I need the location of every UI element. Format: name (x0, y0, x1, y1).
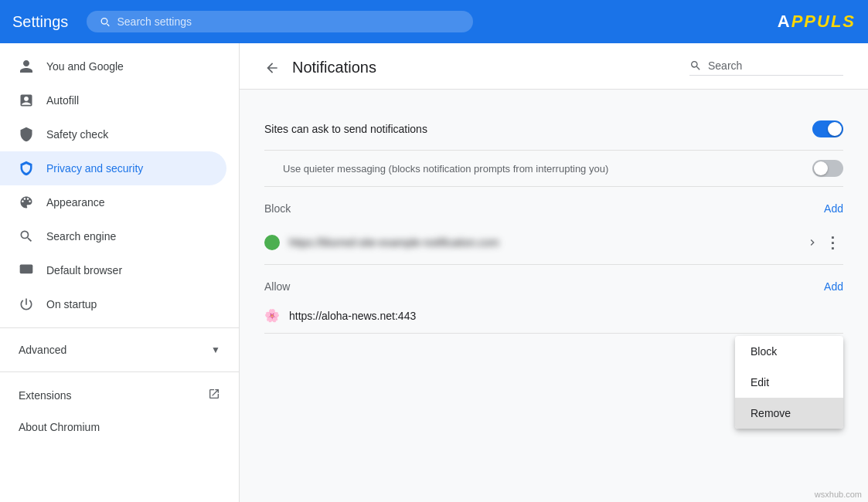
top-search-bar[interactable] (87, 11, 473, 32)
sidebar-item-label-appearance: Appearance (46, 196, 105, 209)
svg-rect-0 (20, 265, 33, 274)
sidebar-item-about-chromium[interactable]: About Chromium (0, 412, 226, 443)
sidebar-item-label-autofill: Autofill (46, 94, 79, 107)
notifications-header: Notifications (240, 43, 868, 90)
search-nav-icon (19, 229, 34, 244)
sites-can-ask-label: Sites can ask to send notifications (264, 123, 427, 135)
quieter-messaging-toggle[interactable] (812, 160, 843, 177)
shield-icon (19, 127, 34, 142)
security-icon (19, 161, 34, 176)
context-menu-block[interactable]: Block (735, 336, 843, 367)
main-content: Notifications Sites can ask to send noti… (240, 43, 868, 502)
sidebar-item-advanced[interactable]: Advanced ▼ (0, 334, 239, 365)
sidebar-item-appearance[interactable]: Appearance (0, 185, 226, 219)
sidebar-item-label-default-browser: Default browser (46, 264, 122, 276)
sidebar-divider-2 (0, 371, 239, 372)
app-title: Settings (12, 13, 68, 31)
blurred-site-favicon (264, 235, 280, 250)
blurred-site-url: https://blurred-site-example-notificatio… (289, 236, 803, 249)
autofill-icon (19, 93, 34, 108)
expand-blurred-site-button[interactable] (803, 233, 822, 252)
allow-label: Allow (264, 280, 290, 293)
content-area: Sites can ask to send notifications Use … (240, 90, 868, 352)
person-icon (19, 59, 34, 74)
about-label: About Chromium (19, 421, 100, 433)
sidebar-item-extensions[interactable]: Extensions (0, 378, 239, 412)
sidebar-item-safety-check[interactable]: Safety check (0, 117, 226, 151)
header-search[interactable] (689, 59, 843, 76)
sidebar-item-label-you-and-google: You and Google (46, 60, 124, 73)
watermark: wsxhub.com (815, 490, 862, 499)
sidebar-item-on-startup[interactable]: On startup (0, 287, 226, 321)
sidebar-item-autofill[interactable]: Autofill (0, 83, 226, 117)
sites-can-ask-row: Sites can ask to send notifications (264, 108, 843, 151)
sidebar-item-label-on-startup: On startup (46, 298, 97, 310)
sidebar-item-search-engine[interactable]: Search engine (0, 219, 226, 253)
sidebar-item-label-privacy-security: Privacy and security (46, 162, 143, 175)
sidebar-item-you-and-google[interactable]: You and Google (0, 49, 226, 83)
header-search-icon (689, 59, 702, 72)
context-menu-edit[interactable]: Edit (735, 367, 843, 398)
aloha-site-url: https://aloha-news.net:443 (289, 310, 843, 322)
more-blurred-site-button[interactable]: ⋮ (822, 230, 843, 255)
quieter-messaging-row: Use quieter messaging (blocks notificati… (264, 151, 843, 187)
block-label: Block (264, 202, 291, 215)
back-button[interactable] (264, 60, 280, 76)
top-search-input[interactable] (117, 15, 461, 28)
blurred-site-row: https://blurred-site-example-notificatio… (264, 221, 843, 265)
chevron-down-icon: ▼ (211, 344, 220, 355)
allow-add-button[interactable]: Add (824, 280, 843, 293)
power-icon (19, 297, 34, 312)
sidebar-divider (0, 327, 239, 328)
aloha-site-favicon: 🌸 (264, 308, 280, 324)
sidebar-item-default-browser[interactable]: Default browser (0, 253, 226, 287)
quieter-messaging-label: Use quieter messaging (blocks notificati… (283, 163, 608, 175)
toggle-thumb (828, 122, 842, 136)
external-link-icon (208, 388, 220, 402)
block-add-button[interactable]: Add (824, 202, 843, 215)
sidebar-item-label-safety-check: Safety check (46, 128, 108, 141)
appuals-logo: APPULS (778, 12, 856, 32)
toggle-thumb-2 (814, 161, 828, 175)
layout: You and Google Autofill Safety check Pri… (0, 43, 868, 502)
browser-icon (19, 263, 34, 278)
extensions-label: Extensions (19, 389, 196, 402)
topbar: Settings APPULS (0, 0, 868, 43)
sites-can-ask-toggle[interactable] (812, 120, 843, 137)
allow-site-row: 🌸 https://aloha-news.net:443 Block Edit … (264, 299, 843, 334)
sidebar-item-privacy-security[interactable]: Privacy and security (0, 151, 226, 185)
sidebar-item-label-search-engine: Search engine (46, 230, 116, 243)
allow-section-header: Allow Add (264, 265, 843, 299)
search-icon (99, 15, 111, 28)
palette-icon (19, 195, 34, 210)
sidebar: You and Google Autofill Safety check Pri… (0, 43, 240, 502)
block-section-header: Block Add (264, 187, 843, 221)
context-menu-remove[interactable]: Remove (735, 398, 843, 429)
context-menu: Block Edit Remove (735, 336, 843, 429)
header-search-input[interactable] (708, 59, 843, 72)
advanced-label: Advanced (19, 344, 205, 356)
page-title: Notifications (292, 59, 677, 76)
